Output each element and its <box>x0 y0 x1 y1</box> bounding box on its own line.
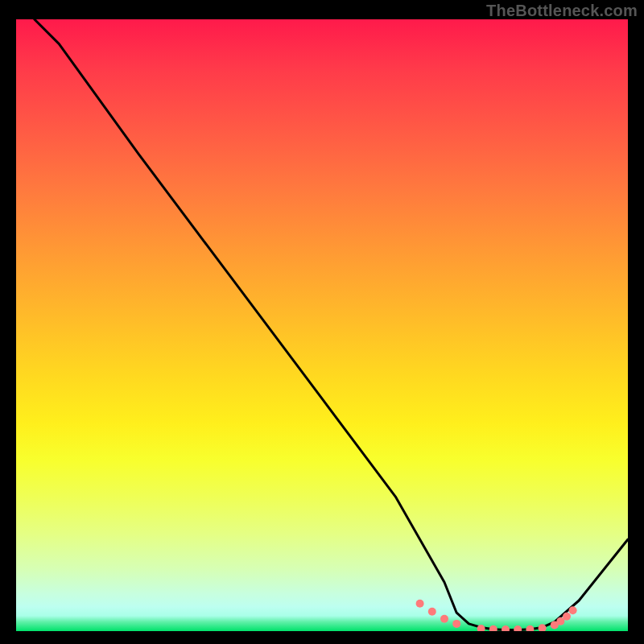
highlight-dot <box>526 625 534 631</box>
highlight-dot <box>563 613 571 621</box>
highlight-dot <box>569 606 577 614</box>
highlight-dot <box>514 625 522 631</box>
highlight-dots <box>416 600 577 631</box>
highlight-dot <box>428 608 436 616</box>
highlight-dot <box>489 625 497 631</box>
bottleneck-curve <box>35 19 628 630</box>
highlight-dot <box>502 625 510 631</box>
highlight-dot <box>452 620 460 628</box>
chart-stage: TheBottleneck.com <box>0 0 644 644</box>
highlight-dot <box>416 600 424 608</box>
curve-layer <box>16 19 628 631</box>
watermark-text: TheBottleneck.com <box>486 2 638 20</box>
highlight-dot <box>440 615 448 623</box>
gradient-plot-area <box>16 19 628 631</box>
